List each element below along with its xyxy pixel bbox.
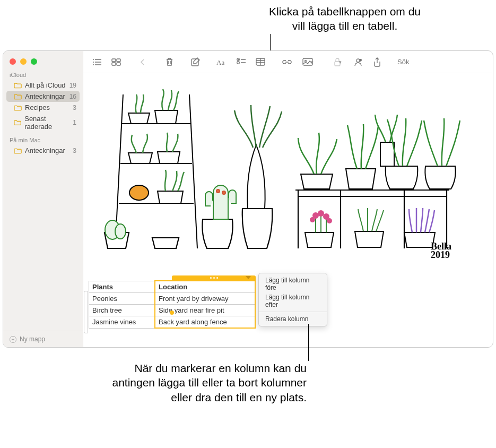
sidebar-folder-recipes[interactable]: Recipes 3 [3,102,83,113]
callout-top-text: Klicka på tabellknappen om du vill lägga… [263,4,427,33]
sidebar-section-on-my-mac: På min Mac [3,135,83,145]
sidebar: iCloud Allt på iCloud 19 Anteckningar 16… [3,51,83,347]
column-menu-indicator[interactable] [246,276,251,279]
svg-rect-8 [112,63,116,65]
plus-icon: + [10,336,16,343]
list-view-button[interactable] [89,56,106,68]
row-handle[interactable] [84,291,88,333]
sidebar-section-icloud: iCloud [3,70,83,80]
sidebar-item-label: Allt på iCloud [25,81,66,89]
collaborate-button[interactable]: + [350,56,367,68]
table-cell[interactable]: Birch tree [89,305,155,316]
search-input[interactable] [397,58,486,66]
svg-point-46 [324,214,329,219]
folder-list-local: Anteckningar 3 [3,145,83,156]
link-button[interactable] [279,56,295,68]
svg-point-45 [318,211,324,216]
compose-button[interactable] [187,56,204,68]
lock-button[interactable]: ▾ [328,56,347,68]
minimize-button[interactable] [20,58,27,65]
svg-rect-7 [117,59,120,62]
svg-point-44 [313,213,318,218]
folder-list-icloud: Allt på iCloud 19 Anteckningar 16 Recipe… [3,80,83,132]
folder-icon [14,82,22,89]
notes-table[interactable]: Plants Location Peonies Front yard by dr… [89,280,256,329]
sketch-signature: Bella 2019 [431,242,451,259]
svg-rect-6 [112,59,116,62]
table-row[interactable]: Plants Location [89,281,256,293]
sidebar-folder-all-icloud[interactable]: Allt på iCloud 19 [3,80,83,91]
sidebar-folder-local-notes[interactable]: Anteckningar 3 [3,145,83,156]
notes-app-window: iCloud Allt på iCloud 19 Anteckningar 16… [3,50,493,348]
menu-add-column-before[interactable]: Lägg till kolumn före [259,275,327,292]
folder-icon [14,93,22,100]
media-button[interactable]: ▾ [298,56,319,68]
svg-line-29 [189,94,197,248]
new-folder-label: Ny mapp [20,335,45,343]
svg-rect-9 [117,63,120,65]
sidebar-item-label: Anteckningar [25,147,65,154]
table-cell[interactable]: Peonies [89,293,155,305]
callout-bottom-line [308,324,309,361]
svg-point-48 [327,219,332,223]
table-cell[interactable]: Front yard by driveway [155,293,255,305]
note-body[interactable]: Bella 2019 Plants Location Peon [83,73,493,347]
notes-table-container: Plants Location Peonies Front yard by dr… [89,280,256,329]
sidebar-item-label: Anteckningar [25,92,65,100]
table-row[interactable]: Peonies Front yard by driveway [89,293,256,305]
sidebar-item-label: Recipes [25,104,50,111]
search-field[interactable] [392,58,488,66]
svg-point-36 [216,189,220,193]
table-cell[interactable]: Jasmine vines [89,316,155,329]
sidebar-folder-notes[interactable]: Anteckningar 16 [6,91,80,102]
selection-handle[interactable] [170,311,174,315]
table-cell[interactable]: Back yard along fence [155,316,255,329]
table-header-cell[interactable]: Plants [89,281,155,293]
sidebar-item-count: 1 [73,119,76,126]
gallery-view-button[interactable] [108,56,125,68]
chevron-down-icon: ▾ [311,59,314,65]
toolbar: Aa ▾ ▾ + [83,51,493,73]
sidebar-item-count: 16 [69,93,76,100]
sidebar-item-label: Senast raderade [24,115,73,131]
folder-icon [14,148,22,154]
chevron-down-icon: ▾ [339,59,342,65]
table-header-cell[interactable]: Location [155,281,255,293]
menu-add-column-after[interactable]: Lägg till kolumn efter [259,292,327,309]
sidebar-item-count: 19 [69,82,76,89]
window-controls [3,51,83,70]
folder-icon [14,119,21,126]
svg-point-21 [305,61,307,62]
svg-point-35 [115,224,126,239]
back-button[interactable] [134,56,151,68]
sidebar-item-count: 3 [73,104,76,111]
svg-point-14 [237,61,240,64]
svg-point-33 [129,185,149,200]
table-cell[interactable]: Side yard near fire pit [155,305,255,316]
delete-button[interactable] [161,56,178,68]
svg-point-47 [310,218,315,222]
callout-bottom-text: När du markerar en kolumn kan du antinge… [100,361,307,404]
column-context-menu: Lägg till kolumn före Lägg till kolumn e… [258,273,327,326]
maximize-button[interactable] [31,58,37,65]
main-area: Aa ▾ ▾ + [83,51,493,347]
svg-point-37 [222,191,225,194]
svg-point-23 [356,59,360,62]
table-button[interactable] [252,56,269,68]
svg-text:+: + [360,58,361,61]
checklist-button[interactable] [233,56,250,68]
sidebar-item-count: 3 [73,147,76,154]
share-button[interactable] [369,56,386,68]
plants-sketch: Bella 2019 [83,73,462,264]
svg-text:Aa: Aa [216,58,224,66]
table-row[interactable]: Jasmine vines Back yard along fence [89,316,256,329]
new-folder-button[interactable]: + Ny mapp [3,331,83,347]
menu-separator [259,312,327,312]
close-button[interactable] [10,58,16,65]
column-handle[interactable] [172,275,256,280]
folder-icon [14,105,22,111]
sidebar-folder-recently-deleted[interactable]: Senast raderade 1 [3,113,83,132]
menu-delete-column[interactable]: Radera kolumn [259,314,327,324]
format-button[interactable]: Aa [214,56,231,68]
